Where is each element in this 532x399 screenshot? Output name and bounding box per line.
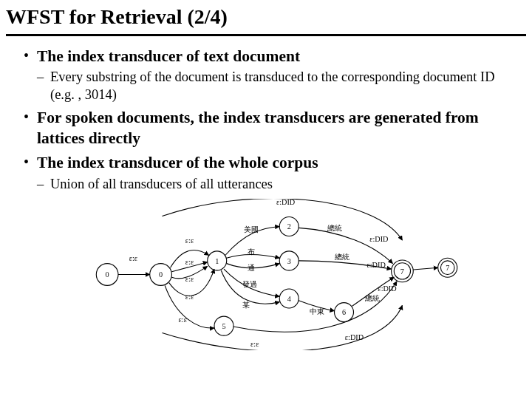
dedge-did1: ε:DID bbox=[276, 199, 295, 206]
bullet-1: The index transducer of text document Ev… bbox=[24, 47, 520, 104]
dedge-01b: ε:ε bbox=[185, 258, 194, 266]
title-wrap: WFST for Retrieval (2/4) bbox=[0, 4, 532, 36]
dedge-01a: ε:ε bbox=[185, 236, 194, 245]
dnode-7: 7 bbox=[400, 267, 404, 275]
bullet-3-text: The index transducer of the whole corpus bbox=[37, 154, 318, 171]
dnode-3: 3 bbox=[287, 256, 291, 265]
dnode-7b: 7 bbox=[446, 264, 449, 272]
bullet-3: The index transducer of the whole corpus… bbox=[24, 153, 520, 193]
dnode-4: 4 bbox=[287, 295, 291, 303]
dedge-13a: 布 bbox=[248, 247, 255, 255]
dnode-2: 2 bbox=[287, 222, 291, 231]
dedge-did2: ε:DID bbox=[369, 235, 388, 243]
dedge-eps: ε:ε bbox=[129, 254, 137, 262]
dedge-12: 美國 bbox=[244, 225, 259, 233]
dedge-did5: ε:DID bbox=[345, 333, 364, 341]
bullet-list: The index transducer of text document Ev… bbox=[24, 47, 520, 193]
dedge-27: 總統 bbox=[327, 224, 342, 232]
dnode-0b: 0 bbox=[159, 270, 163, 279]
dnode-5: 5 bbox=[222, 322, 225, 330]
dedge-46: 中東 bbox=[310, 307, 324, 316]
content: The index transducer of text document Ev… bbox=[0, 36, 532, 356]
wfst-diagram: 0 0 1 2 3 4 5 6 7 7 ε:ε ε:ε ε:ε ε:ε ε:ε … bbox=[24, 199, 520, 356]
dedge-37: 總統 bbox=[334, 253, 349, 261]
dedge-01c: ε:ε bbox=[185, 275, 194, 283]
slide: WFST for Retrieval (2/4) The index trans… bbox=[0, 0, 532, 399]
dnode-6: 6 bbox=[342, 308, 346, 316]
dnode-0: 0 bbox=[106, 270, 109, 279]
bullet-3-sub: Union of all transducers of all utteranc… bbox=[37, 175, 520, 193]
dedge-bottom: ε:ε bbox=[250, 340, 259, 348]
dedge-01d: ε:ε bbox=[185, 293, 194, 301]
bullet-3-sub-1: Union of all transducers of all utteranc… bbox=[37, 175, 520, 193]
dedge-did3: ε:DID bbox=[367, 261, 386, 269]
dedge-05: ε:ε bbox=[179, 316, 187, 324]
dnode-1: 1 bbox=[215, 256, 219, 265]
bullet-1-sub-1: Every substring of the document is trans… bbox=[37, 68, 520, 103]
dedge-14a: 發過 bbox=[242, 280, 257, 288]
dedge-13b: 通 bbox=[248, 264, 255, 272]
dedge-67: 總統 bbox=[364, 294, 380, 302]
bullet-2: For spoken documents, the index transduc… bbox=[24, 108, 520, 149]
dedge-14b: 某 bbox=[242, 301, 250, 309]
dedge-did4: ε:DID bbox=[378, 284, 396, 293]
bullet-1-text: The index transducer of text document bbox=[37, 47, 300, 65]
wfst-svg: 0 0 1 2 3 4 5 6 7 7 ε:ε ε:ε ε:ε ε:ε ε:ε … bbox=[80, 199, 464, 350]
bullet-2-text: For spoken documents, the index transduc… bbox=[37, 109, 479, 147]
page-title: WFST for Retrieval (2/4) bbox=[6, 4, 526, 33]
bullet-1-sub: Every substring of the document is trans… bbox=[37, 68, 520, 103]
